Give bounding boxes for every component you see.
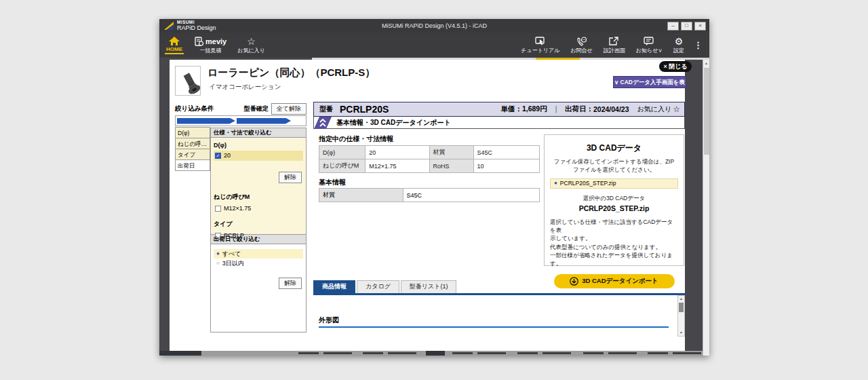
background-table-row [452,352,473,354]
scrollbar-thumb[interactable] [679,303,684,312]
background-table-row [673,352,701,354]
basic-info-title: 基本情報 [319,178,346,187]
ship-all-label: すべて [222,250,241,258]
tab-product-info[interactable]: 商品情報 [313,280,355,293]
nav-tutorial[interactable]: チュートリアル [515,33,565,58]
favorite-label[interactable]: お気に入り [637,104,672,114]
basic-cell-value: S45C [403,189,540,202]
maximize-button[interactable]: □ [681,22,692,31]
tutorial-icon [535,37,546,46]
ship-option-3days[interactable]: ○ 3日以内 [214,259,303,268]
side-item-d[interactable]: D(φ) [175,127,210,138]
nav-favorites[interactable]: ☆ お気に入り [232,33,271,58]
spec-filter-header: 仕様・寸法で絞り込む [210,128,307,138]
price-label: 単価： [500,104,522,114]
cad-desc-line2: ファイルを選択してください。 [550,166,678,174]
close-dialog-button[interactable]: × 閉じる [659,61,692,72]
app-window: MiSUMi RAPiD Design MiSUMi RAPiD Design … [159,19,709,356]
kataban-value: PCRLP20S [340,104,389,115]
clear-all-button[interactable]: 全て解除 [271,103,307,115]
notice-bubble-icon [644,37,654,46]
cad-file-option[interactable]: ● PCRLP20S_STEP.zip [550,178,678,189]
nav-notice-label: お知らせ∨ [636,47,663,54]
filter-neji-value: M12×1.75 [224,205,252,212]
tab-kataban-list[interactable]: 型番リスト(1) [401,280,457,293]
nav-home[interactable]: HOME [159,33,189,58]
nav-meviy[interactable]: meviy 一括見積 [189,33,232,58]
nav-notice[interactable]: お知らせ∨ [631,33,668,58]
cad-selected-file: PCRLP20S_STEP.zip [550,204,678,212]
outline-drawing-label: 外形図 [319,316,339,325]
favorite-star-icon[interactable]: ☆ [673,104,680,114]
cad-data-panel: 3D CADデータ ファイル保存してインポートする場合は、ZIP ファイルを選択… [544,134,684,266]
filter-neji-label: ねじの呼びM [214,193,303,202]
contact-phone-icon [576,37,587,46]
overflow-menu-icon[interactable]: ⋮ [690,40,707,50]
scrollbar-thumb[interactable] [704,68,709,155]
main-nav: HOME meviy 一括見積 ☆ お気に入り [159,33,709,58]
section-title: 基本情報・3D CADデータインポート [336,118,451,128]
section-header: 基本情報・3D CADデータインポート [313,117,685,129]
nav-design-screen[interactable]: 設計画面 [598,33,631,58]
filter-progress [175,115,307,126]
price-value: 1,689円 [522,104,547,114]
tab-content-scrollbar[interactable]: ▲ ▼ [677,295,685,337]
side-item-type[interactable]: タイプ [175,149,210,160]
tab-catalog[interactable]: カタログ [357,280,399,293]
background-table-row [648,352,668,354]
filter-neji-option[interactable]: M12×1.75 [214,204,303,214]
cad-file-name: PCRLP20S_STEP.zip [560,180,616,187]
window-scrollbar[interactable]: ▲ [703,60,709,356]
clear-ship-button[interactable]: 解除 [279,278,302,289]
nav-home-label: HOME [165,46,184,54]
gear-icon: ⚙ [675,37,684,46]
progress-step-2 [237,118,291,124]
kataban-confirmed-label: 型番確定 [244,104,269,113]
side-item-shipdate[interactable]: 出荷日 [175,159,210,171]
home-icon [169,37,180,45]
show-cad-screen-button[interactable]: ∨ CADデータ入手画面を表示 [613,76,686,88]
radio-selected-icon[interactable]: ● [216,251,220,256]
scroll-up-icon[interactable]: ▲ [703,60,709,66]
detail-panel: 型番 PCRLP20S 単価： 1,689円 ｜ 出荷日： 2024/04/23… [313,102,685,337]
checkbox-checked-icon[interactable]: ✓ [215,153,221,159]
background-table-strip [159,351,703,356]
side-item-neji[interactable]: ねじの呼… [175,138,210,149]
radio-selected-icon[interactable]: ● [554,180,557,186]
checkbox-unchecked-icon[interactable] [215,206,221,212]
background-table-row [323,352,352,354]
cad-selected-label: 選択中の3D CADデータ [550,195,678,203]
table-row: D(φ) 20 材質 S45C [319,146,540,159]
spec-cell-label: ねじの呼びM [319,159,366,173]
background-block [159,351,201,356]
nav-contact[interactable]: お問合せ [565,33,597,58]
ship-date-value: 2024/04/23 [593,105,629,113]
title-bar: MiSUMi RAPiD Design MiSUMi RAPiD Design … [159,19,709,33]
filter-d-value: 20 [224,152,231,159]
scroll-up-icon[interactable]: ▲ [678,296,684,302]
outline-divider [319,326,669,328]
collapse-chevrons-icon[interactable] [314,117,332,129]
spec-cell-label: 材質 [429,146,473,159]
spec-cell-label: RoHS [429,159,473,173]
spec-cell-value: 20 [366,146,429,159]
nav-settings[interactable]: ⚙ 設定 [668,33,690,58]
cad-note-line4: 一部仕様が省略されたデータを提供しております。 [550,251,678,268]
nav-design-screen-label: 設計画面 [604,47,625,54]
background-table-row [542,352,571,354]
nav-settings-label: 設定 [673,47,684,54]
clear-spec-button[interactable]: 解除 [279,172,302,183]
minimize-button[interactable]: – [667,22,679,31]
ship-option-all[interactable]: ● すべて [214,249,303,259]
cad-import-button[interactable]: 3D CADデータインポート [554,274,675,288]
nav-tutorial-label: チュートリアル [521,47,559,54]
nav-meviy-label: meviy [205,37,226,45]
window-title: MiSUMi RAPiD Design (V4.5.1) - iCAD [159,22,709,29]
filter-d-option[interactable]: ✓ 20 [214,151,303,161]
close-window-button[interactable]: × [694,22,706,31]
scroll-down-icon[interactable]: ▼ [678,330,684,336]
filter-side-column: D(φ) ねじの呼… タイプ 出荷日 [175,128,210,332]
tab-content: 外形図 ▲ ▼ [313,295,685,337]
basic-info-table: 材質 S45C [319,188,540,202]
radio-unselected-icon[interactable]: ○ [216,261,220,266]
